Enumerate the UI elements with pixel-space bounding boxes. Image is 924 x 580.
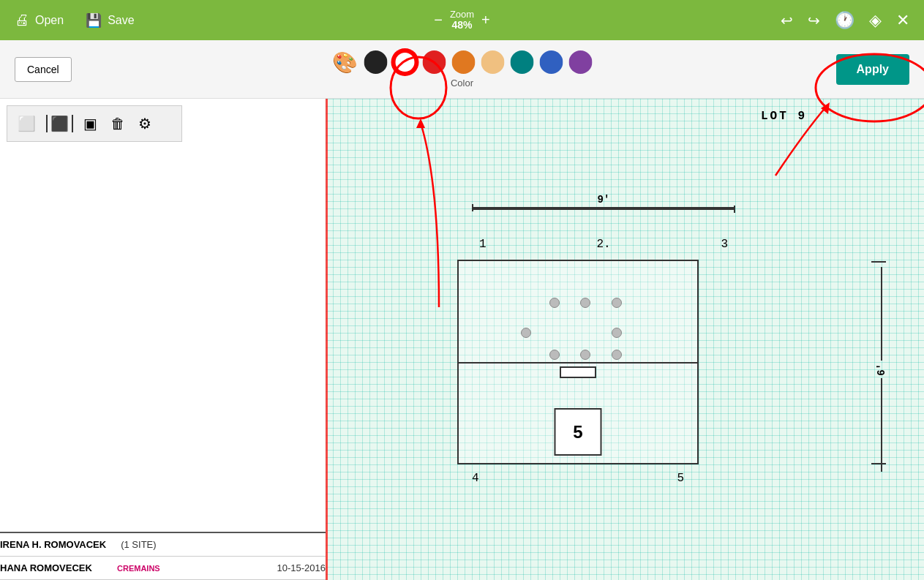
plot-box: 5: [457, 260, 699, 464]
palette-icon[interactable]: 🎨: [332, 50, 358, 75]
col-label-1: 1: [479, 238, 487, 251]
delete-tool-icon[interactable]: 🗑: [108, 113, 128, 135]
zoom-label: Zoom: [450, 10, 474, 19]
record-name-2: HANA ROMOVECEK: [0, 562, 102, 573]
color-toolbar: Cancel 🎨 Color Apply: [0, 40, 924, 99]
duplicate-tool-icon[interactable]: ⬜: [15, 112, 39, 135]
color-swatch-orange[interactable]: [451, 50, 475, 74]
color-swatches: 🎨: [332, 50, 592, 75]
grave-dot: [549, 298, 560, 308]
color-palette-area: 🎨 Color: [332, 50, 592, 88]
record-name-1: IRENA H. ROMOVACEK: [0, 539, 106, 550]
record-cremains-badge: CREMAINS: [117, 564, 160, 573]
grave-dot: [612, 350, 622, 360]
flip-horizontal-tool-icon[interactable]: ⬛: [46, 115, 73, 132]
record-site-1: (1 SITE): [121, 539, 156, 550]
redo-icon[interactable]: ↪: [808, 12, 820, 29]
measurement-height: 6': [876, 267, 887, 472]
color-label: Color: [451, 78, 473, 88]
tools-toolbar: ⬜ ⬛ ▣ 🗑 ⚙: [7, 105, 182, 142]
left-panel: ⬜ ⬛ ▣ 🗑 ⚙ IRENA H. ROMOVACEK (1 SITE) HA…: [0, 99, 326, 580]
grave-dot: [580, 350, 590, 360]
zoom-value: 48%: [450, 19, 474, 31]
cancel-button[interactable]: Cancel: [15, 57, 72, 82]
plot-number: 5: [573, 422, 582, 442]
zoom-section: − Zoom 48% +: [434, 10, 490, 31]
plot-number-box: 5: [555, 408, 602, 456]
lot-label: LOT 9: [761, 110, 807, 123]
color-swatch-blue[interactable]: [539, 50, 563, 74]
grave-dot: [580, 298, 590, 308]
row-label-5: 5: [677, 472, 684, 485]
color-swatch-red[interactable]: [422, 50, 446, 74]
row-label-4: 4: [472, 472, 479, 485]
right-bracket-top: [871, 261, 886, 263]
headstone-marker: [560, 366, 596, 378]
close-icon[interactable]: ✕: [896, 11, 909, 30]
zoom-minus-button[interactable]: −: [434, 12, 443, 29]
grave-dot: [521, 328, 531, 338]
color-swatch-purple[interactable]: [568, 50, 592, 74]
color-swatch-teal[interactable]: [510, 50, 533, 74]
toolbar-right: ↩ ↪ 🕐 ◈ ✕: [781, 11, 909, 30]
save-label: Save: [108, 14, 134, 27]
zoom-plus-button[interactable]: +: [481, 12, 490, 29]
undo-icon[interactable]: ↩: [781, 12, 793, 29]
main-area: ⬜ ⬛ ▣ 🗑 ⚙ IRENA H. ROMOVACEK (1 SITE) HA…: [0, 99, 924, 580]
col-label-3: 3: [721, 238, 728, 251]
measurement-width: 9': [472, 194, 735, 211]
col-label-2: 2.: [596, 238, 610, 251]
red-vertical-line: [326, 99, 328, 580]
grave-dot: [549, 350, 560, 360]
save-icon: 💾: [86, 12, 102, 29]
layers-icon[interactable]: ◈: [869, 11, 882, 30]
tools-bar-wrapper: ⬜ ⬛ ▣ 🗑 ⚙: [0, 99, 326, 148]
table-row: HANA ROMOVECEK CREMAINS 10-15-2016: [0, 557, 326, 580]
table-row: IRENA H. ROMOVACEK (1 SITE): [0, 533, 326, 557]
grave-dot: [612, 328, 622, 338]
open-icon: 🖨: [15, 12, 29, 29]
color-swatch-white[interactable]: [393, 50, 416, 74]
top-toolbar: 🖨 Open 💾 Save − Zoom 48% + ↩ ↪ 🕐 ◈ ✕: [0, 0, 924, 40]
right-bracket-bottom: [871, 463, 886, 464]
color-swatch-peach[interactable]: [481, 50, 504, 74]
canvas-area[interactable]: LOT 9 9' 1 2. 3 6': [326, 99, 924, 580]
color-swatch-black[interactable]: [364, 50, 387, 74]
record-date-2: 10-15-2016: [277, 562, 326, 573]
open-button[interactable]: 🖨 Open: [15, 12, 64, 29]
grave-dot: [612, 298, 622, 308]
open-label: Open: [35, 14, 64, 27]
shrink-tool-icon[interactable]: ▣: [80, 112, 100, 135]
row-labels: 4 5: [457, 472, 699, 485]
apply-button[interactable]: Apply: [836, 54, 909, 85]
settings-tool-icon[interactable]: ⚙: [135, 112, 154, 135]
save-button[interactable]: 💾 Save: [86, 12, 134, 29]
records-section: IRENA H. ROMOVACEK (1 SITE) HANA ROMOVEC…: [0, 532, 326, 580]
history-icon[interactable]: 🕐: [835, 11, 854, 30]
column-labels: 1 2. 3: [479, 238, 728, 251]
